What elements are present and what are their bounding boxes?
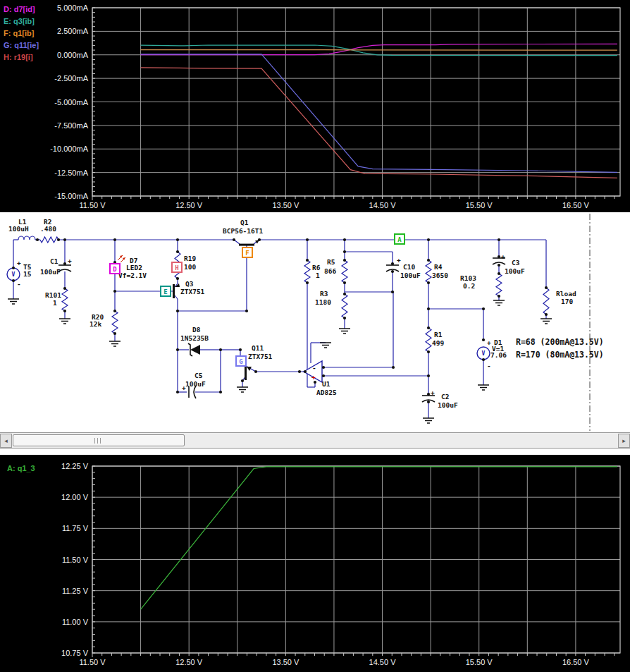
x-axis-tick-label: 14.50 V [369, 658, 397, 666]
junction-dot [258, 238, 261, 241]
junction-dot [176, 277, 179, 280]
schematic-label: 100uF [40, 268, 61, 276]
schematic-label: C10 [403, 263, 415, 271]
junction-dot [219, 391, 222, 393]
schematic-label: C3 [512, 259, 520, 267]
schematic-label: 499 [432, 339, 444, 347]
junction-dot [498, 255, 500, 258]
scroll-left-icon: ◂ [4, 437, 8, 444]
junction-dot [392, 366, 395, 369]
schematic-label: .480 [40, 225, 56, 233]
probe-marker-letter: A [397, 236, 402, 243]
junction-dot [63, 238, 66, 241]
junction-dot [498, 238, 500, 241]
junction-dot [314, 381, 316, 384]
junction-dot [176, 238, 179, 241]
legend-item[interactable]: G: q11[ie] [4, 39, 39, 51]
voltage-plot-canvas[interactable]: 12.25 V12.00 V11.75 V11.50 V11.25 V11.00… [0, 455, 630, 672]
x-axis-tick-label: 14.50 V [369, 201, 397, 209]
y-axis-tick-label: -2.500mA [54, 74, 88, 83]
schematic-label: + [501, 252, 505, 260]
junction-dot [306, 238, 309, 241]
current-plot-canvas[interactable]: 5.000mA2.500mA0.000mA-2.500mA-5.000mA-7.… [0, 0, 630, 212]
junction-dot [239, 348, 242, 351]
junction-dot [63, 310, 66, 312]
junction-dot [57, 238, 60, 241]
schematic-label: 100uF [185, 380, 206, 388]
junction-dot [498, 272, 500, 275]
schematic-label: U1 [322, 380, 331, 388]
y-axis-tick-label: -12.50mA [54, 169, 88, 177]
junction-dot [545, 286, 548, 289]
schematic-label: 0.2 [463, 282, 475, 290]
voltage-waveform-plot-panel[interactable]: 12.25 V12.00 V11.75 V11.50 V11.25 V11.00… [0, 455, 630, 672]
current-plot-legend: D: d7[id]E: q3[ib]F: q1[ib]G: q11[ie]H: … [4, 4, 39, 63]
probe-marker-letter: F [245, 250, 249, 257]
schematic-label: R103 [460, 274, 476, 282]
legend-item[interactable]: D: d7[id] [4, 4, 39, 16]
y-axis-tick-label: -5.000mA [54, 98, 88, 106]
junction-dot [427, 393, 430, 396]
voltage-plot-legend: A: q1_3 [7, 463, 35, 475]
junction-dot [304, 370, 307, 373]
schematic-label: R1 [434, 331, 443, 338]
schematic-label: R4 [434, 263, 443, 271]
junction-dot [306, 259, 309, 262]
y-axis-tick-label: -15.00mA [54, 192, 88, 200]
schematic-label: + [68, 257, 72, 264]
schematic-label: 12k [89, 320, 101, 328]
schematic-canvas[interactable]: L1100uHR2.480T515+-C1100uF+R1011D7LED2Vf… [0, 212, 630, 432]
schematic-editor-panel[interactable]: L1100uHR2.480T515+-C1100uF+R1011D7LED2Vf… [0, 212, 630, 432]
legend-item[interactable]: E: q3[ib] [4, 16, 39, 28]
junction-dot [219, 348, 222, 351]
junction-dot [113, 290, 116, 293]
junction-dot [63, 287, 66, 290]
schematic-label: 15 [23, 270, 32, 278]
schematic-label: + [431, 389, 435, 396]
schematic-label: 1N5235B [180, 334, 209, 342]
legend-item[interactable]: F: q1[ib] [4, 28, 39, 39]
junction-dot [12, 279, 15, 282]
schematic-label: R6 [312, 264, 321, 271]
junction-dot [545, 313, 548, 316]
schematic-label: + [487, 338, 491, 346]
probe-marker-letter: D [113, 266, 117, 273]
junction-dot [427, 374, 430, 377]
schematic-label: 100uF [400, 271, 421, 279]
y-axis-tick-label: 0.000mA [57, 51, 89, 59]
schematic-label: C2 [441, 393, 449, 401]
trace-q11[ie] [141, 54, 617, 173]
y-axis-tick-label: 5.000mA [57, 4, 89, 12]
scrollbar-thumb[interactable] [13, 434, 185, 446]
schematic-label: ZTX751 [248, 353, 273, 360]
y-axis-tick-label: 12.25 V [61, 462, 89, 470]
junction-dot [113, 332, 116, 335]
horizontal-scrollbar[interactable]: ◂ ▸ [0, 432, 630, 448]
junction-dot [343, 250, 346, 253]
schematic-label: LED2 [126, 264, 142, 271]
schematic-label: 1 [53, 299, 57, 307]
schematic-label: Q3 [185, 280, 194, 288]
schematic-label: + [311, 373, 316, 381]
junction-dot [36, 238, 39, 241]
scroll-left-button[interactable]: ◂ [0, 434, 12, 448]
panel-divider [0, 448, 630, 455]
schematic-annotation: BCP56-16T1 [223, 227, 263, 235]
junction-dot [241, 379, 244, 382]
junction-dot [391, 291, 394, 293]
schematic-label: V [482, 350, 486, 357]
junction-dot [343, 259, 346, 262]
legend-item[interactable]: H: r19[i] [4, 51, 39, 63]
schematic-label: Q1 [240, 219, 249, 226]
schematic-label: + [17, 259, 21, 267]
junction-dot [176, 391, 179, 393]
schematic-label: 100uF [438, 401, 458, 409]
schematic-label: 100uF [505, 267, 525, 275]
x-axis-tick-label: 16.50 V [562, 201, 590, 209]
schematic-label: 7.06 [490, 351, 507, 359]
q3-base-bar [173, 284, 175, 298]
junction-dot [176, 348, 179, 351]
legend-item[interactable]: A: q1_3 [7, 463, 35, 475]
current-waveform-plot-panel[interactable]: 5.000mA2.500mA0.000mA-2.500mA-5.000mA-7.… [0, 0, 630, 212]
scroll-right-button[interactable]: ▸ [618, 434, 630, 448]
